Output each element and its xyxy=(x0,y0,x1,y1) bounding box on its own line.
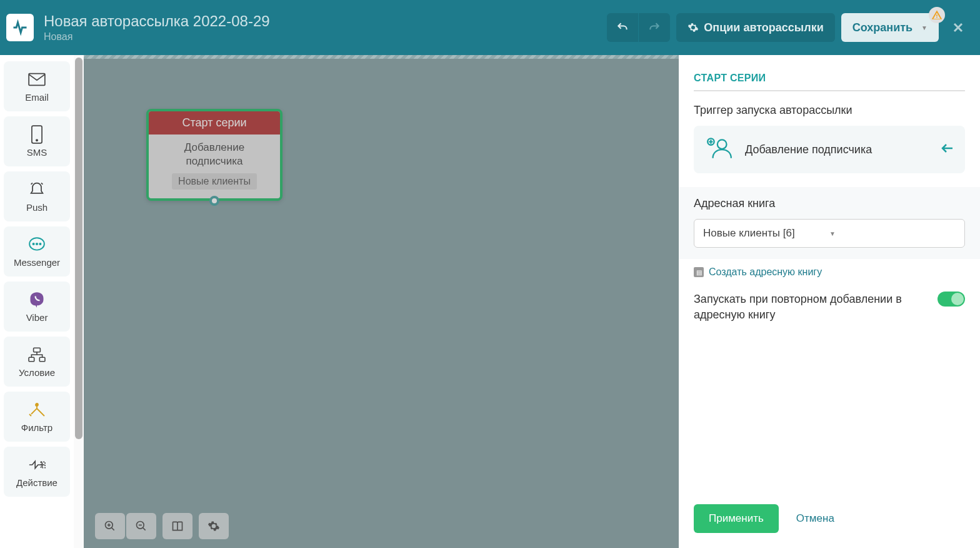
chevron-down-icon: ▼ xyxy=(921,24,928,31)
addressbook-icon: ▤ xyxy=(694,267,704,277)
addressbook-label: Адресная книга xyxy=(694,197,965,210)
svg-rect-9 xyxy=(39,357,45,361)
close-button[interactable] xyxy=(949,18,968,37)
save-label: Сохранить xyxy=(852,21,912,34)
sms-icon xyxy=(28,126,46,143)
trigger-value: Добавление подписчика xyxy=(745,143,930,156)
push-icon xyxy=(28,181,46,198)
sidebar-item-label: Действие xyxy=(16,477,58,488)
gear-icon xyxy=(208,520,220,532)
panel-content: СТАРТ СЕРИИ Триггер запуска авторассылки… xyxy=(679,55,980,493)
sidebar-item-action[interactable]: Действие xyxy=(4,447,70,497)
create-link-label: Создать адресную книгу xyxy=(709,266,822,278)
page-title: Новая авторассылка 2022-08-29 xyxy=(44,13,607,30)
sidebar-item-email[interactable]: Email xyxy=(4,61,70,111)
undo-button[interactable] xyxy=(607,13,638,42)
undo-icon xyxy=(616,21,629,34)
canvas-toolbar xyxy=(95,513,229,539)
condition-icon xyxy=(28,346,46,363)
arrow-left-icon xyxy=(941,143,954,156)
title-block: Новая авторассылка 2022-08-29 Новая xyxy=(44,13,607,43)
messenger-icon xyxy=(28,236,46,253)
svg-point-6 xyxy=(39,243,41,244)
close-icon xyxy=(951,20,966,35)
svg-point-10 xyxy=(36,403,38,406)
undo-redo-group xyxy=(607,13,670,42)
svg-point-4 xyxy=(33,243,34,244)
restart-toggle-row: Запускать при повторном добавлении в адр… xyxy=(694,292,965,323)
sidebar-item-label: Фильтр xyxy=(21,422,52,433)
options-button[interactable]: Опции авторассылки xyxy=(676,13,834,42)
sidebar-item-label: Условие xyxy=(19,367,55,378)
apply-button[interactable]: Применить xyxy=(694,504,779,533)
panel-title: СТАРТ СЕРИИ xyxy=(694,73,965,91)
pulse-icon xyxy=(11,19,29,36)
node-header: Старт серии xyxy=(149,111,280,134)
sidebar-item-label: Email xyxy=(25,92,49,103)
start-node[interactable]: Старт серии Добавление подписчика Новые … xyxy=(146,109,282,201)
toggle-knob xyxy=(951,293,964,305)
viber-icon xyxy=(28,291,46,308)
sidebar-item-label: SMS xyxy=(27,147,48,158)
select-value: Новые клиенты [6] xyxy=(703,227,829,240)
node-output-port[interactable] xyxy=(209,196,219,206)
cancel-button[interactable]: Отмена xyxy=(796,512,834,525)
body: Email SMS Push Messenger Viber Условие Ф… xyxy=(0,55,980,548)
filter-icon xyxy=(28,401,46,419)
restart-toggle[interactable] xyxy=(938,292,965,307)
trigger-selector[interactable]: Добавление подписчика xyxy=(694,126,965,173)
zoom-in-button[interactable] xyxy=(95,513,125,539)
sidebar-item-sms[interactable]: SMS xyxy=(4,116,70,166)
add-subscriber-icon xyxy=(705,136,734,163)
redo-button[interactable] xyxy=(639,13,670,42)
node-tag: Новые клиенты xyxy=(172,173,257,190)
addressbook-select[interactable]: Новые клиенты [6] ▼ xyxy=(694,219,965,248)
create-addressbook-link[interactable]: ▤ Создать адресную книгу xyxy=(694,266,965,278)
book-icon xyxy=(171,520,184,532)
sidebar-item-push[interactable]: Push xyxy=(4,171,70,221)
sidebar-item-label: Viber xyxy=(26,312,48,323)
svg-rect-7 xyxy=(34,348,41,352)
sidebar-item-filter[interactable]: Фильтр xyxy=(4,392,70,442)
scrollbar-thumb[interactable] xyxy=(75,58,82,439)
flow-canvas[interactable]: Старт серии Добавление подписчика Новые … xyxy=(84,55,679,548)
node-text: Добавление подписчика xyxy=(154,141,275,168)
sidebar: Email SMS Push Messenger Viber Условие Ф… xyxy=(0,55,74,548)
svg-rect-8 xyxy=(29,357,34,361)
zoom-out-icon xyxy=(135,520,148,532)
settings-button[interactable] xyxy=(199,513,229,539)
properties-panel: СТАРТ СЕРИИ Триггер запуска авторассылки… xyxy=(679,55,980,548)
toggle-label: Запускать при повторном добавлении в адр… xyxy=(694,292,926,323)
redo-icon xyxy=(648,21,661,34)
overview-button[interactable] xyxy=(162,513,192,539)
node-body: Добавление подписчика Новые клиенты xyxy=(149,134,280,198)
svg-point-2 xyxy=(36,140,38,141)
trigger-label: Триггер запуска авторассылки xyxy=(694,104,965,117)
warning-icon xyxy=(931,9,942,21)
zoom-group xyxy=(95,513,156,539)
email-icon xyxy=(28,71,46,88)
svg-rect-0 xyxy=(29,73,45,85)
svg-point-5 xyxy=(36,243,38,244)
sidebar-scrollbar[interactable] xyxy=(74,55,84,548)
sidebar-item-viber[interactable]: Viber xyxy=(4,282,70,332)
zoom-out-button[interactable] xyxy=(126,513,156,539)
options-label: Опции авторассылки xyxy=(704,21,823,34)
chevron-down-icon: ▼ xyxy=(829,230,956,237)
gear-icon xyxy=(688,22,699,33)
panel-footer: Применить Отмена xyxy=(679,493,980,548)
warning-badge xyxy=(929,7,945,23)
action-icon xyxy=(28,456,46,474)
svg-point-14 xyxy=(718,140,727,149)
save-button[interactable]: Сохранить ▼ xyxy=(841,13,939,42)
header-actions: Опции авторассылки Сохранить ▼ xyxy=(607,13,968,42)
sidebar-item-condition[interactable]: Условие xyxy=(4,337,70,387)
app-logo xyxy=(6,14,34,41)
sidebar-item-label: Messenger xyxy=(14,257,60,268)
page-subtitle: Новая xyxy=(44,31,607,43)
sidebar-item-label: Push xyxy=(26,202,48,213)
sidebar-item-messenger[interactable]: Messenger xyxy=(4,226,70,277)
addressbook-block: Адресная книга Новые клиенты [6] ▼ xyxy=(679,187,980,259)
zoom-in-icon xyxy=(104,520,116,532)
app-header: Новая авторассылка 2022-08-29 Новая Опци… xyxy=(0,0,980,55)
